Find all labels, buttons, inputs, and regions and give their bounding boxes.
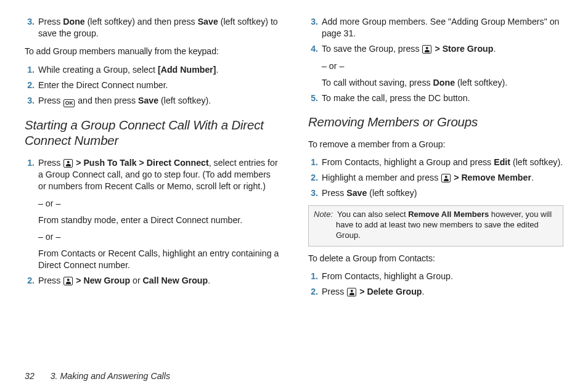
step-text: Press > Delete Group. (322, 286, 563, 298)
text: Press (38, 158, 63, 168)
footer-title: 3. Making and Answering Calls (51, 371, 170, 381)
bold-text: Done (63, 17, 84, 27)
text: (left softkey). (510, 157, 563, 167)
text: While creating a Group, select (38, 65, 158, 75)
bold-text: Delete Group (367, 287, 422, 296)
step-text: Press Done (left softkey) and then press… (38, 16, 280, 39)
separator: > (137, 158, 147, 168)
list-item: 1. From Contacts, highlight a Group and … (308, 157, 563, 168)
continued-list: 3. Add more Group members. See "Adding G… (308, 16, 563, 104)
text: To make the call, press the DC button. (322, 92, 563, 104)
list-item: 2. Enter the Direct Connect number. (25, 80, 280, 91)
numbered-list: 1. Press > Push To Talk > Direct Connect… (25, 157, 280, 287)
text: . (208, 276, 210, 285)
bold-text: Save (346, 188, 367, 198)
bold-text: Edit (494, 157, 510, 167)
step-text: From Contacts, highlight a Group. (322, 271, 563, 282)
step-number: 2. (308, 286, 322, 298)
intro-text: To delete a Group from Contacts: (308, 253, 563, 264)
text: Enter the Direct Connect number. (38, 80, 280, 91)
text: From Contacts, highlight a Group. (322, 271, 563, 282)
continued-list: 3. Press Done (left softkey) and then pr… (25, 16, 280, 39)
separator: > (357, 287, 367, 296)
text: To call without saving, press (322, 78, 433, 88)
bold-text: Save (198, 17, 218, 27)
step-text: Press > New Group or Call New Group. (38, 275, 280, 287)
separator: > (73, 276, 83, 285)
text: Add more Group members. See "Adding Grou… (322, 16, 563, 39)
separator: > (432, 44, 442, 54)
contacts-key-icon (441, 174, 451, 182)
text: From Contacts, highlight a Group and pre… (322, 157, 494, 167)
text: . (493, 44, 496, 54)
list-item: 2. Press > Delete Group. (308, 286, 563, 298)
text: (left softkey). (158, 96, 211, 105)
text: Press (322, 188, 346, 198)
note-label: Note: (314, 210, 335, 220)
text: . (422, 287, 424, 296)
separator: > (73, 158, 83, 168)
text: . (531, 173, 534, 182)
list-item: 4. To save the Group, press > Store Grou… (308, 43, 563, 89)
text: and then press (75, 96, 138, 105)
text: . (216, 65, 219, 75)
bold-text: Remove Member (461, 173, 531, 182)
intro-text: To add Group members manually from the k… (25, 46, 280, 57)
bold-text: Call New Group (143, 276, 208, 285)
numbered-list: 1. While creating a Group, select [Add N… (25, 64, 280, 107)
step-text: Press OK and then press Save (left softk… (38, 95, 280, 107)
text: Press (38, 276, 63, 285)
step-text: While creating a Group, select [Add Numb… (38, 64, 280, 76)
list-item: 3. Add more Group members. See "Adding G… (308, 16, 563, 39)
list-item: 3. Press Save (left softkey) (308, 187, 563, 199)
numbered-list: 1. From Contacts, highlight a Group and … (308, 157, 563, 200)
text: Press (38, 17, 63, 27)
step-number: 1. (25, 157, 38, 271)
page-number: 32 (25, 371, 35, 381)
step-number: 3. (308, 187, 322, 199)
bold-text: Save (138, 96, 158, 105)
step-number: 2. (308, 172, 322, 184)
step-number: 3. (25, 95, 38, 107)
text: To save the Group, press (322, 44, 422, 54)
bold-text: Store Group (443, 44, 494, 54)
text: (left softkey) (367, 188, 417, 198)
step-number: 5. (308, 92, 322, 104)
ok-key-icon: OK (63, 99, 75, 107)
step-number: 2. (25, 80, 38, 91)
bold-text: Done (433, 78, 455, 88)
list-item: 2. Press > New Group or Call New Group. (25, 275, 280, 287)
page-footer: 32 3. Making and Answering Calls (25, 370, 170, 382)
bold-text: [Add Number] (158, 65, 216, 75)
contacts-key-icon (63, 159, 73, 168)
step-text: Press > Push To Talk > Direct Connect, s… (38, 157, 280, 271)
list-item: 2. Highlight a member and press > Remove… (308, 172, 563, 184)
text: (left softkey) and then press (85, 17, 198, 27)
contacts-key-icon (63, 277, 73, 285)
separator: > (451, 173, 461, 182)
step-number: 4. (308, 43, 322, 89)
text: Highlight a member and press (322, 173, 441, 182)
section-heading: Starting a Group Connect Call With a Dir… (25, 117, 280, 149)
step-text: To save the Group, press > Store Group. … (322, 43, 563, 89)
text: (left softkey). (455, 78, 507, 88)
bold-text: Remove All Members (408, 210, 489, 219)
contacts-key-icon (347, 288, 356, 296)
right-column: 3. Add more Group members. See "Adding G… (308, 12, 563, 304)
list-item: 3. Press OK and then press Save (left so… (25, 95, 280, 107)
step-text: Add more Group members. See "Adding Grou… (322, 16, 563, 39)
step-number: 1. (308, 157, 322, 168)
left-column: 3. Press Done (left softkey) and then pr… (25, 12, 280, 304)
text: From standby mode, enter a Direct Connec… (38, 214, 280, 226)
bold-text: Direct Connect (147, 158, 209, 168)
step-number: 1. (25, 64, 38, 76)
list-item: 1. Press > Push To Talk > Direct Connect… (25, 157, 280, 271)
text: Press (38, 96, 63, 105)
step-number: 3. (308, 16, 322, 39)
section-heading: Removing Members or Groups (308, 114, 563, 130)
bold-text: New Group (83, 276, 130, 285)
text: Press (322, 287, 346, 296)
step-number: 2. (25, 275, 38, 287)
list-item: 5. To make the call, press the DC button… (308, 92, 563, 104)
note-box: Note:You can also select Remove All Memb… (308, 205, 563, 247)
